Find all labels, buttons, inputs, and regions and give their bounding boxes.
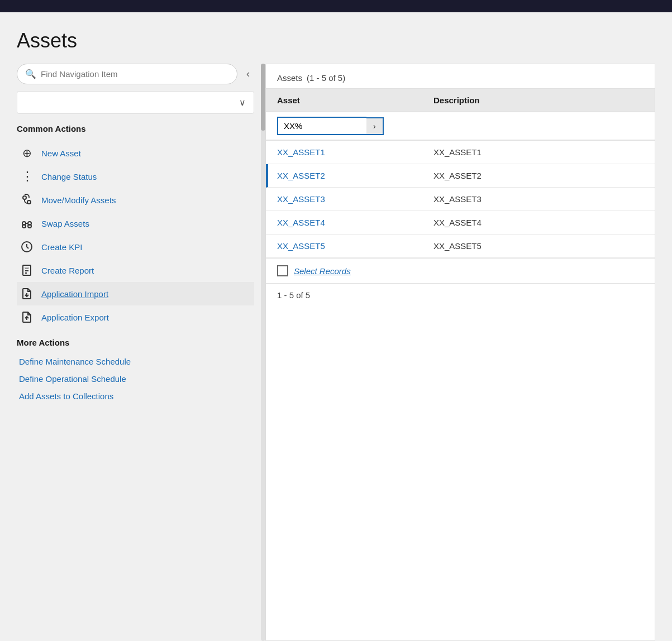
sidebar-item-move-modify[interactable]: Move/Modify Assets	[17, 188, 254, 212]
sidebar-item-create-kpi[interactable]: Create KPI	[17, 235, 254, 259]
sidebar-item-add-assets-collections[interactable]: Add Assets to Collections	[17, 388, 254, 405]
sidebar-item-application-export[interactable]: Application Export	[17, 305, 254, 329]
table-title: Assets	[277, 73, 302, 83]
sidebar-search-row: 🔍 ‹	[17, 64, 254, 84]
col-header-asset: Asset	[277, 95, 433, 105]
create-kpi-icon	[19, 239, 35, 255]
select-records-checkbox[interactable]	[277, 265, 288, 276]
sidebar-item-define-operational[interactable]: Define Operational Schedule	[17, 370, 254, 388]
filter-row: ›	[266, 112, 655, 141]
select-records-link[interactable]: Select Records	[294, 266, 351, 276]
move-modify-icon	[19, 192, 35, 208]
change-status-icon: ⋮	[19, 169, 35, 184]
sidebar: 🔍 ‹ ∨ Common Actions ⊕ New Asset ⋮ Chang…	[17, 64, 265, 641]
create-report-icon	[19, 262, 35, 278]
filter-arrow-button[interactable]: ›	[366, 117, 384, 135]
sidebar-item-application-import[interactable]: Application Import	[17, 282, 254, 305]
sidebar-item-change-status[interactable]: ⋮ Change Status	[17, 165, 254, 188]
sidebar-search-container[interactable]: 🔍	[17, 64, 237, 84]
svg-point-5	[28, 224, 31, 228]
sidebar-scrollthumb	[261, 64, 265, 131]
main-content: Assets (1 - 5 of 5) Asset Description › …	[265, 64, 655, 641]
sidebar-item-new-asset[interactable]: ⊕ New Asset	[17, 141, 254, 165]
col-header-description: Description	[433, 95, 644, 105]
svg-point-4	[22, 224, 26, 228]
sidebar-dropdown[interactable]: ∨	[17, 91, 254, 114]
svg-point-0	[23, 196, 26, 199]
table-row: XX_ASSET2 XX_ASSET2	[266, 164, 655, 188]
sidebar-item-define-maintenance[interactable]: Define Maintenance Schedule	[17, 353, 254, 370]
table-row: XX_ASSET3 XX_ASSET3	[266, 188, 655, 211]
new-asset-icon: ⊕	[19, 145, 35, 161]
search-input[interactable]	[41, 69, 229, 79]
sidebar-item-swap-assets[interactable]: Swap Assets	[17, 212, 254, 235]
pagination-row: 1 - 5 of 5	[266, 283, 655, 307]
table-count: (1 - 5 of 5)	[307, 73, 345, 83]
description-3: XX_ASSET3	[433, 194, 644, 204]
swap-assets-icon	[19, 216, 35, 231]
select-records-wrapper: Select Records	[277, 265, 351, 276]
pagination-text: 1 - 5 of 5	[277, 290, 310, 300]
application-export-icon	[19, 309, 35, 325]
asset-link-4[interactable]: XX_ASSET4	[277, 218, 433, 227]
description-2: XX_ASSET2	[433, 171, 644, 180]
table-row: XX_ASSET4 XX_ASSET4	[266, 211, 655, 235]
description-4: XX_ASSET4	[433, 218, 644, 227]
application-import-icon	[19, 286, 35, 302]
filter-input-wrapper: ›	[277, 117, 433, 135]
asset-link-2[interactable]: XX_ASSET2	[277, 171, 433, 180]
sidebar-scrolltrack[interactable]	[261, 64, 265, 641]
more-actions-label: More Actions	[17, 338, 254, 347]
description-1: XX_ASSET1	[433, 147, 644, 157]
asset-link-1[interactable]: XX_ASSET1	[277, 147, 433, 157]
top-bar	[0, 0, 672, 12]
common-actions-label: Common Actions	[17, 124, 254, 133]
svg-rect-11	[25, 267, 29, 269]
sidebar-item-create-report[interactable]: Create Report	[17, 259, 254, 282]
description-5: XX_ASSET5	[433, 241, 644, 251]
content-area: 🔍 ‹ ∨ Common Actions ⊕ New Asset ⋮ Chang…	[17, 64, 655, 641]
asset-link-5[interactable]: XX_ASSET5	[277, 241, 433, 251]
filter-input[interactable]	[277, 117, 366, 135]
main-header: Assets (1 - 5 of 5)	[266, 64, 655, 89]
table-row: XX_ASSET5 XX_ASSET5	[266, 235, 655, 258]
asset-link-3[interactable]: XX_ASSET3	[277, 194, 433, 204]
table-row: XX_ASSET1 XX_ASSET1	[266, 141, 655, 164]
main-container: Assets 🔍 ‹ ∨ Common Actions ⊕ New Ass	[0, 12, 672, 641]
search-icon: 🔍	[25, 69, 36, 79]
table-footer: Select Records	[266, 258, 655, 283]
chevron-down-icon: ∨	[239, 97, 246, 108]
table-header: Asset Description	[266, 89, 655, 112]
collapse-button[interactable]: ‹	[242, 66, 254, 82]
svg-point-1	[27, 200, 31, 204]
page-title: Assets	[17, 29, 655, 52]
